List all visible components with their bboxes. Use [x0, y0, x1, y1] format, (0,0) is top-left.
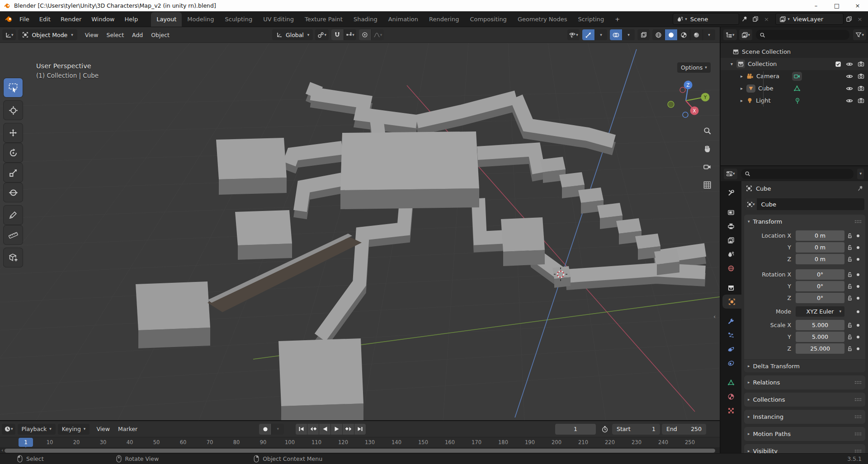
show-gizmo-toggle[interactable]	[582, 29, 595, 40]
sidebar-collapse-arrow[interactable]: ‹	[713, 313, 716, 320]
viewport-menu-add[interactable]: Add	[128, 32, 147, 38]
lock-open-icon[interactable]	[847, 346, 853, 352]
menu-render[interactable]: Render	[56, 16, 86, 23]
camera-render-icon[interactable]	[858, 73, 864, 80]
shading-solid-button[interactable]	[665, 29, 678, 40]
row-camera[interactable]: ▸ Camera	[721, 70, 868, 82]
timeline-scrollbar[interactable]	[5, 449, 715, 453]
editor-type-button[interactable]: ▾	[2, 29, 16, 40]
keying-dropdown[interactable]: Keying ▾	[58, 424, 90, 435]
lock-open-icon[interactable]	[847, 256, 853, 262]
timeline-menu-marker[interactable]: Marker	[114, 426, 142, 432]
animate-dot[interactable]	[854, 336, 862, 338]
animate-dot[interactable]	[854, 324, 862, 327]
shading-wireframe-button[interactable]	[652, 29, 665, 40]
pan-button[interactable]	[700, 141, 714, 156]
tab-output[interactable]	[721, 219, 741, 233]
scale-z-input[interactable]: 25.000	[796, 343, 844, 354]
options-button[interactable]: Options ▾	[677, 62, 711, 73]
shading-material-button[interactable]	[678, 29, 690, 40]
tab-world[interactable]	[721, 261, 741, 275]
outliner-filter-button[interactable]: ▾	[853, 29, 866, 40]
checkbox-checked-icon[interactable]	[835, 61, 841, 67]
location-y-input[interactable]: 0 m	[796, 242, 844, 253]
motion-paths-panel[interactable]: ▸ Motion Paths	[744, 427, 865, 441]
scale-x-input[interactable]: 5.000	[796, 320, 844, 330]
proportional-editing-toggle[interactable]	[359, 29, 372, 40]
shading-dropdown[interactable]: ▾	[703, 29, 715, 40]
show-overlays-toggle[interactable]	[610, 29, 623, 40]
play-button[interactable]	[331, 424, 343, 435]
jump-to-start-button[interactable]	[296, 424, 307, 435]
tab-modifiers[interactable]	[721, 314, 741, 328]
object-visibility-dropdown[interactable]: ▾	[567, 29, 580, 40]
transform-orientation-dropdown[interactable]: Global ▾	[272, 29, 313, 40]
auto-keying-dropdown[interactable]: ▾	[272, 424, 284, 435]
tab-animation[interactable]: Animation	[383, 12, 424, 27]
eye-icon[interactable]	[846, 97, 853, 104]
outliner-search-input[interactable]	[756, 30, 849, 40]
camera-view-button[interactable]	[700, 159, 714, 174]
tab-rendering[interactable]: Rendering	[424, 12, 464, 27]
properties-search-input[interactable]	[741, 169, 854, 179]
properties-options-dropdown[interactable]: ▾	[857, 169, 864, 179]
lock-open-icon[interactable]	[847, 244, 853, 250]
tab-tool[interactable]	[721, 186, 741, 200]
lock-open-icon[interactable]	[847, 233, 853, 239]
object-id-dropdown[interactable]: ▾	[745, 198, 757, 210]
tab-geometry-nodes[interactable]: Geometry Nodes	[512, 12, 573, 27]
timeline-menu-view[interactable]: View	[92, 426, 114, 432]
scale-y-input[interactable]: 5.000	[796, 332, 844, 342]
viewport-canvas[interactable]: User Perspective (1) Collection | Cube O…	[0, 43, 720, 420]
tab-object[interactable]	[722, 295, 741, 309]
camera-render-icon[interactable]	[858, 97, 864, 104]
tab-scene[interactable]	[721, 247, 741, 261]
grip-icon[interactable]	[854, 398, 862, 402]
pin-icon[interactable]	[857, 185, 863, 192]
transform-panel-header[interactable]: ▾ Transform	[744, 215, 865, 228]
gizmo-dropdown[interactable]: ▾	[595, 29, 607, 40]
tab-object-data[interactable]	[721, 375, 741, 389]
tab-scripting[interactable]: Scripting	[573, 12, 610, 27]
location-x-input[interactable]: 0 m	[796, 230, 844, 241]
start-frame-input[interactable]: Start 1	[612, 424, 660, 435]
row-cube[interactable]: ▸ Cube	[721, 82, 868, 94]
outliner-display-mode-button[interactable]: ▾	[739, 29, 753, 40]
jump-to-end-button[interactable]	[354, 424, 366, 435]
viewport-menu-object[interactable]: Object	[147, 32, 174, 38]
animate-dot[interactable]	[854, 297, 862, 300]
rotation-x-input[interactable]: 0°	[796, 269, 844, 280]
tab-material[interactable]	[721, 389, 741, 403]
delete-scene-button[interactable]: ×	[761, 14, 772, 24]
grip-icon[interactable]	[854, 449, 862, 453]
viewport-menu-select[interactable]: Select	[102, 32, 128, 38]
tool-select-box[interactable]	[4, 78, 23, 97]
disclosure-down-icon[interactable]: ▾	[731, 62, 733, 66]
menu-help[interactable]: Help	[120, 16, 143, 23]
outliner-editor-type-button[interactable]: ▾	[723, 29, 737, 40]
current-frame-input[interactable]: 1	[555, 424, 596, 435]
tab-shading[interactable]: Shading	[348, 12, 383, 27]
grip-icon[interactable]	[854, 415, 862, 419]
row-scene-collection[interactable]: Scene Collection	[721, 46, 868, 58]
new-scene-button[interactable]	[750, 14, 761, 24]
delta-transform-subpanel[interactable]: ▸ Delta Transform	[744, 359, 865, 372]
animate-dot[interactable]	[854, 258, 862, 261]
navigation-gizmo[interactable]: Z Y X	[658, 76, 717, 121]
pivot-point-dropdown[interactable]: ▾	[315, 29, 329, 40]
menu-window[interactable]: Window	[86, 16, 119, 23]
snap-toggle[interactable]	[331, 29, 344, 40]
maximize-button[interactable]: □	[826, 0, 847, 11]
tool-move[interactable]	[4, 123, 23, 142]
timeline-editor-type-button[interactable]: ▾	[2, 424, 15, 435]
rotation-mode-dropdown[interactable]: XYZ Euler ▾	[796, 306, 844, 317]
menu-file[interactable]: File	[14, 16, 34, 23]
tab-texture-paint[interactable]: Texture Paint	[299, 12, 348, 27]
mode-dropdown[interactable]: Object Mode ▾	[18, 29, 77, 40]
overlays-dropdown[interactable]: ▾	[623, 29, 635, 40]
tab-render[interactable]	[721, 205, 741, 219]
animate-dot[interactable]	[854, 234, 862, 237]
tool-measure[interactable]	[4, 225, 23, 244]
tab-compositing[interactable]: Compositing	[464, 12, 512, 27]
use-preview-range-button[interactable]	[599, 424, 610, 435]
